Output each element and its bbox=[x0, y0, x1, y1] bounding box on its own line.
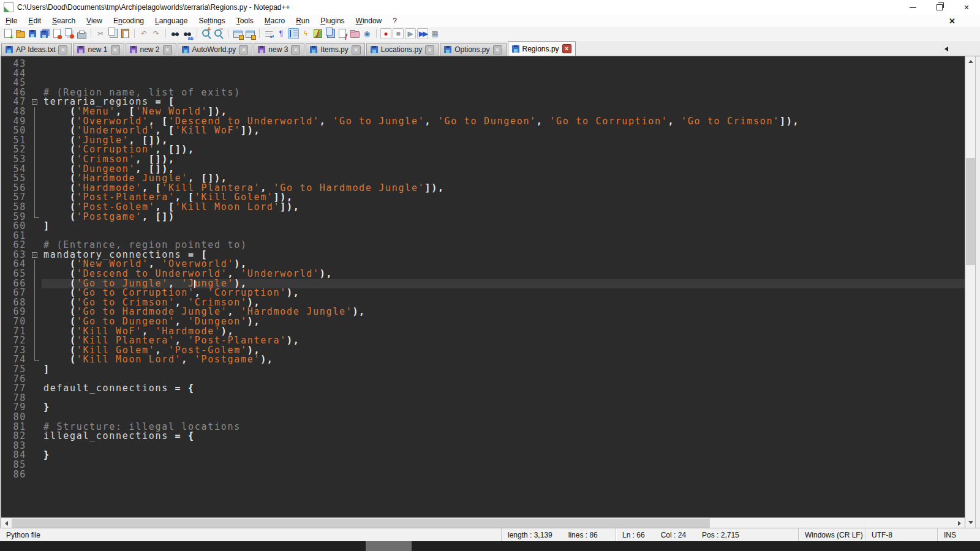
horizontal-scroll-thumb[interactable] bbox=[12, 519, 710, 528]
tab-close-icon[interactable]: × bbox=[163, 45, 172, 54]
copy-icon[interactable] bbox=[107, 28, 118, 39]
minimize-button[interactable] bbox=[899, 0, 926, 15]
find-icon[interactable] bbox=[170, 28, 181, 39]
tab-close-icon[interactable]: × bbox=[493, 45, 502, 54]
tab-close-icon[interactable]: × bbox=[352, 45, 361, 54]
find-glyph bbox=[172, 32, 179, 37]
tab-close-icon[interactable]: × bbox=[425, 45, 434, 54]
tab-autoworld-py[interactable]: AutoWorld.py× bbox=[178, 43, 253, 56]
tab-ap-ideas-txt[interactable]: AP Ideas.txt× bbox=[1, 43, 72, 56]
cut-icon[interactable]: ✂ bbox=[95, 28, 106, 39]
paste-glyph bbox=[121, 29, 129, 38]
scroll-right-arrow[interactable] bbox=[954, 518, 965, 528]
menu-window[interactable]: Window bbox=[350, 15, 388, 27]
zoom-in-icon[interactable] bbox=[201, 28, 212, 39]
menu-edit[interactable]: Edit bbox=[23, 15, 47, 27]
vertical-scroll-thumb[interactable] bbox=[966, 158, 975, 265]
new-file-icon[interactable] bbox=[2, 28, 13, 39]
status-eol-format: Windows (CR LF) bbox=[798, 528, 865, 541]
horizontal-scrollbar[interactable] bbox=[1, 517, 965, 528]
zoom-out-icon[interactable] bbox=[213, 28, 224, 39]
menu-view[interactable]: View bbox=[81, 15, 108, 27]
string-literal: 'Kill Moon Lord' bbox=[77, 354, 182, 365]
undo-icon[interactable]: ↶ bbox=[138, 28, 149, 39]
open-file-icon[interactable] bbox=[15, 28, 26, 39]
macro-record-icon[interactable]: ● bbox=[380, 28, 391, 39]
code-text bbox=[42, 394, 965, 403]
scroll-left-arrow[interactable] bbox=[1, 518, 12, 528]
menu-help[interactable]: ? bbox=[387, 15, 402, 27]
tab-new-1[interactable]: new 1× bbox=[73, 43, 124, 56]
status-bar: Python file length : 3,139 lines : 86 Ln… bbox=[0, 528, 980, 541]
tab-close-icon[interactable]: × bbox=[562, 44, 571, 53]
tab-items-py[interactable]: Items.py× bbox=[306, 43, 364, 56]
show-all-characters-icon[interactable]: ¶ bbox=[276, 28, 287, 39]
sync-vertical-icon[interactable] bbox=[232, 28, 243, 39]
restore-button[interactable] bbox=[926, 0, 953, 15]
tab-close-icon[interactable]: × bbox=[58, 45, 67, 54]
menu-settings[interactable]: Settings bbox=[193, 15, 230, 27]
notepad-plus-plus-icon bbox=[4, 2, 13, 12]
status-lines: lines : 86 bbox=[568, 531, 598, 539]
code-editor[interactable]: 43444546# (Region name, list of exits)47… bbox=[1, 56, 965, 517]
code-text: ('Kill Moon Lord', 'Postgame'), bbox=[42, 355, 965, 365]
fold-margin bbox=[29, 317, 42, 327]
file-modified-icon bbox=[77, 46, 85, 53]
save-icon[interactable] bbox=[27, 28, 38, 39]
fold-margin bbox=[29, 288, 42, 298]
tab-regions-py[interactable]: Regions.py× bbox=[508, 41, 576, 56]
indent-guide-icon[interactable] bbox=[288, 28, 299, 39]
toolbar-separator bbox=[197, 29, 197, 38]
tab-close-icon[interactable]: × bbox=[239, 45, 248, 54]
title-bar: C:\Users\Dood\Documents\tmp\Archipelago\… bbox=[0, 0, 980, 15]
tab-options-py[interactable]: Options.py× bbox=[440, 43, 506, 56]
tab-new-2[interactable]: new 2× bbox=[126, 43, 176, 56]
close-all-icon[interactable] bbox=[64, 28, 75, 39]
menu-encoding[interactable]: Encoding bbox=[108, 15, 149, 27]
word-wrap-icon[interactable] bbox=[263, 28, 274, 39]
menu-file[interactable]: File bbox=[0, 15, 23, 27]
menu-plugins[interactable]: Plugins bbox=[315, 15, 350, 27]
function-list-icon[interactable] bbox=[337, 28, 348, 39]
menu-tools[interactable]: Tools bbox=[231, 15, 259, 27]
code-text bbox=[42, 69, 965, 79]
close-button[interactable]: × bbox=[953, 0, 980, 15]
file-saved-icon bbox=[512, 45, 519, 53]
folder-as-workspace-icon[interactable] bbox=[349, 28, 360, 39]
tab-close-icon[interactable]: × bbox=[291, 45, 300, 54]
macro-save-icon[interactable]: ▦ bbox=[429, 28, 440, 39]
document-list-icon[interactable] bbox=[325, 28, 336, 39]
document-map-icon[interactable] bbox=[312, 28, 323, 39]
code-text bbox=[42, 441, 965, 451]
menu-macro[interactable]: Macro bbox=[259, 15, 290, 27]
scroll-down-arrow[interactable] bbox=[965, 517, 976, 528]
tab-close-icon[interactable]: × bbox=[111, 45, 120, 54]
string-literal: 'Underworld' bbox=[241, 268, 320, 279]
indent-guide-glyph bbox=[290, 30, 298, 37]
menu-run[interactable]: Run bbox=[290, 15, 315, 27]
tab-scroll-left-icon[interactable] bbox=[944, 47, 948, 51]
redo-icon[interactable]: ↷ bbox=[151, 28, 162, 39]
print-icon[interactable] bbox=[76, 28, 87, 39]
tab-locations-py[interactable]: Locations.py× bbox=[366, 43, 439, 56]
define-language-icon[interactable]: ϟ bbox=[300, 28, 311, 39]
fold-collapse-icon[interactable] bbox=[29, 97, 42, 107]
macro-stop-icon[interactable]: ■ bbox=[393, 28, 404, 39]
sync-horizontal-icon[interactable] bbox=[244, 28, 255, 39]
menu-search[interactable]: Search bbox=[47, 15, 81, 27]
tab-new-3[interactable]: new 3× bbox=[254, 43, 304, 56]
monitoring-icon[interactable]: ◉ bbox=[361, 28, 372, 39]
menu-language[interactable]: Language bbox=[149, 15, 193, 27]
replace-icon[interactable] bbox=[182, 28, 193, 39]
monitoring-glyph: ◉ bbox=[364, 30, 370, 37]
paste-icon[interactable] bbox=[119, 28, 130, 39]
close-document-button[interactable]: ✕ bbox=[949, 17, 956, 26]
fold-collapse-icon[interactable] bbox=[29, 250, 42, 260]
macro-run-multiple-icon[interactable]: ▶▶ bbox=[417, 28, 428, 39]
save-all-icon[interactable] bbox=[39, 28, 50, 39]
close-icon[interactable] bbox=[51, 28, 62, 39]
macro-play-icon[interactable]: ▶ bbox=[405, 28, 416, 39]
scroll-up-arrow[interactable] bbox=[965, 56, 976, 67]
status-length-lines: length : 3,139 lines : 86 bbox=[501, 528, 616, 541]
vertical-scrollbar[interactable] bbox=[965, 56, 975, 528]
